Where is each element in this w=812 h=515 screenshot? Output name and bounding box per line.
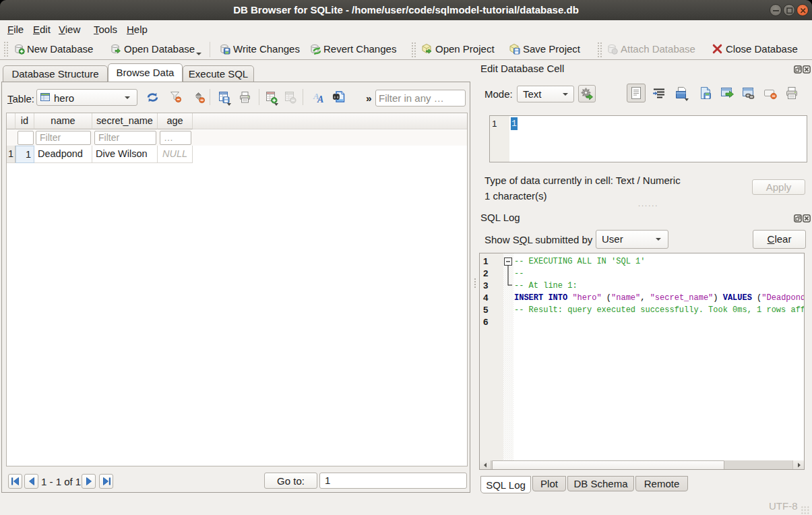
svg-text:A: A [317, 94, 323, 104]
